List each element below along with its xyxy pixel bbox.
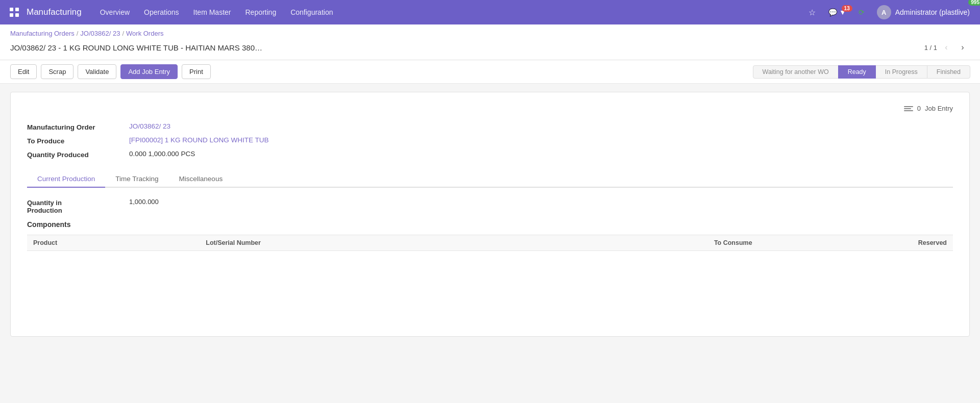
avatar: A: [877, 5, 891, 19]
chat-icon: 💬: [828, 8, 837, 16]
svg-rect-3: [15, 13, 19, 17]
page-title: JO/03862/ 23 - 1 KG ROUND LONG WHITE TUB…: [10, 43, 262, 52]
user-name: Administrator (plastlive): [895, 8, 970, 16]
nav-overview[interactable]: Overview: [94, 5, 136, 19]
next-record-button[interactable]: ›: [955, 40, 970, 55]
breadcrumb-sep-1: /: [77, 30, 79, 37]
updates-button[interactable]: ⟳ 995: [854, 6, 869, 18]
notification-bell-icon[interactable]: ☆: [804, 4, 820, 20]
tab-time-tracking[interactable]: Time Tracking: [105, 171, 168, 188]
page-title-row: JO/03862/ 23 - 1 KG ROUND LONG WHITE TUB…: [10, 40, 970, 60]
discuss-badge: 13: [842, 5, 852, 12]
col-to-consume: To Consume: [519, 235, 758, 251]
status-ready[interactable]: Ready: [838, 65, 876, 79]
page-navigation: 1 / 1 ‹ ›: [924, 40, 970, 55]
quantity-produced-label: Quantity Produced: [27, 150, 129, 159]
nav-operations[interactable]: Operations: [138, 5, 185, 19]
nav-reporting[interactable]: Reporting: [239, 5, 282, 19]
qty-in-production-value: 1,000.000: [129, 198, 159, 206]
to-produce-row: To Produce [FPI00002] 1 KG ROUND LONG WH…: [27, 136, 953, 145]
refresh-icon: ⟳: [859, 8, 865, 16]
print-button[interactable]: Print: [182, 64, 211, 79]
breadcrumb-jo-03862[interactable]: JO/03862/ 23: [80, 30, 120, 37]
updates-badge: 995: [968, 0, 980, 6]
col-reserved: Reserved: [758, 235, 953, 251]
breadcrumb-work-orders[interactable]: Work Orders: [126, 30, 163, 37]
form-section: Manufacturing Order JO/03862/ 23 To Prod…: [27, 122, 953, 159]
job-entry-label: Job Entry: [925, 105, 953, 112]
job-entry-row: 0 Job Entry: [27, 105, 953, 112]
status-pipeline: Waiting for another WO Ready In Progress…: [753, 65, 970, 79]
page-counter: 1 / 1: [924, 44, 937, 52]
add-job-entry-button[interactable]: Add Job Entry: [120, 64, 178, 79]
col-lot-serial: Lot/Serial Number: [200, 235, 519, 251]
validate-button[interactable]: Validate: [78, 64, 116, 79]
job-entry-list-icon: [904, 106, 913, 111]
qty-in-production-label: Quantity inProduction: [27, 198, 129, 214]
discuss-button[interactable]: 💬 ▼ 13: [824, 6, 850, 18]
components-header: Components: [27, 220, 953, 229]
status-waiting[interactable]: Waiting for another WO: [753, 65, 839, 79]
status-finished[interactable]: Finished: [927, 65, 970, 79]
components-section: Components Product Lot/Serial Number To …: [27, 220, 953, 251]
job-entry-count: 0: [917, 105, 921, 112]
to-produce-label: To Produce: [27, 136, 129, 145]
manufacturing-order-row: Manufacturing Order JO/03862/ 23: [27, 122, 953, 131]
svg-rect-2: [10, 13, 13, 17]
app-brand: Manufacturing: [27, 7, 82, 17]
nav-right: ☆ 💬 ▼ 13 ⟳ 995 A Administrator (plastliv…: [804, 3, 974, 21]
tabs-row: Current Production Time Tracking Miscell…: [27, 171, 953, 188]
tab-miscellaneous[interactable]: Miscellaneous: [169, 171, 233, 188]
action-bar: Edit Scrap Validate Add Job Entry Print …: [0, 60, 980, 84]
manufacturing-order-label: Manufacturing Order: [27, 122, 129, 131]
top-navigation: Manufacturing Overview Operations Item M…: [0, 0, 980, 24]
to-produce-value[interactable]: [FPI00002] 1 KG ROUND LONG WHITE TUB: [129, 136, 269, 144]
svg-rect-0: [10, 8, 13, 11]
job-entry-widget[interactable]: 0 Job Entry: [904, 105, 953, 112]
components-table: Product Lot/Serial Number To Consume Res…: [27, 235, 953, 251]
prev-record-button[interactable]: ‹: [939, 40, 953, 55]
nav-links: Overview Operations Item Master Reportin…: [94, 5, 804, 19]
col-product: Product: [27, 235, 200, 251]
main-content: 0 Job Entry Manufacturing Order JO/03862…: [0, 84, 980, 399]
svg-rect-1: [15, 8, 19, 11]
tab-current-production[interactable]: Current Production: [27, 171, 105, 188]
scrap-button[interactable]: Scrap: [41, 64, 74, 79]
breadcrumb-sep-2: /: [122, 30, 124, 37]
breadcrumb-area: Manufacturing Orders / JO/03862/ 23 / Wo…: [0, 24, 980, 60]
breadcrumb: Manufacturing Orders / JO/03862/ 23 / Wo…: [10, 30, 970, 37]
nav-item-master[interactable]: Item Master: [187, 5, 237, 19]
edit-button[interactable]: Edit: [10, 64, 37, 79]
grid-menu-icon[interactable]: [6, 4, 22, 20]
content-card: 0 Job Entry Manufacturing Order JO/03862…: [10, 92, 970, 337]
nav-configuration[interactable]: Configuration: [284, 5, 339, 19]
quantity-produced-row: Quantity Produced 0.000 1,000.000 PCS: [27, 150, 953, 159]
qty-in-production-row: Quantity inProduction 1,000.000: [27, 198, 953, 214]
breadcrumb-manufacturing-orders[interactable]: Manufacturing Orders: [10, 30, 75, 37]
manufacturing-order-value[interactable]: JO/03862/ 23: [129, 122, 170, 130]
components-table-header-row: Product Lot/Serial Number To Consume Res…: [27, 235, 953, 251]
quantity-produced-value: 0.000 1,000.000 PCS: [129, 150, 195, 158]
status-in-progress[interactable]: In Progress: [875, 65, 927, 79]
user-menu[interactable]: A Administrator (plastlive): [873, 3, 974, 21]
